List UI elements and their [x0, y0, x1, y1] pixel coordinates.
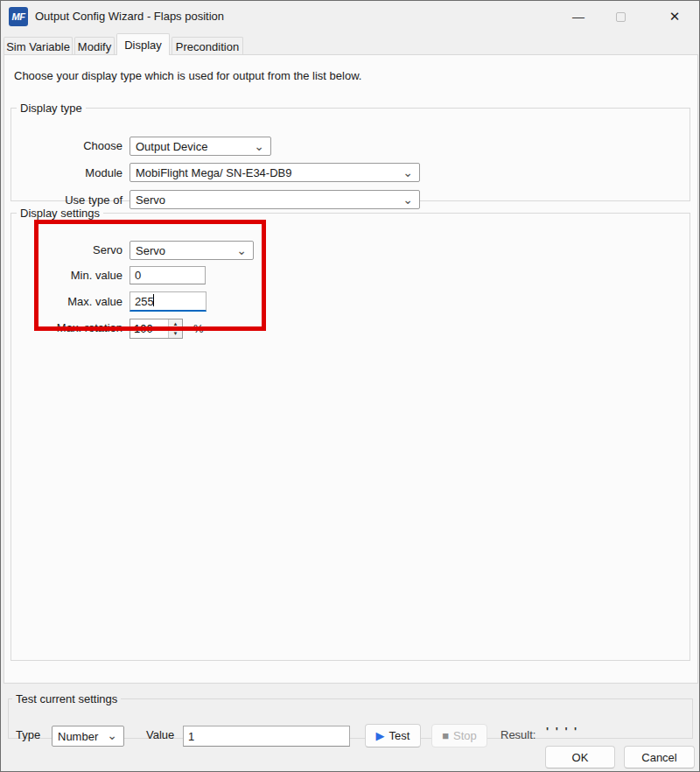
maximize-icon: [616, 12, 626, 22]
test-settings-group: Test current settings Type Number ⌄ Valu…: [8, 692, 693, 739]
test-button-label: Test: [389, 729, 410, 742]
test-value-input[interactable]: [183, 726, 350, 747]
max-value-label: Max. value: [11, 295, 122, 308]
dialog-window: MF Output Config Wizard - Flaps position…: [0, 0, 700, 772]
chevron-down-icon: ⌄: [107, 727, 117, 743]
display-tab-page: Choose your display type which is used f…: [4, 54, 698, 684]
cancel-button[interactable]: Cancel: [624, 746, 695, 768]
title-bar: MF Output Config Wizard - Flaps position…: [1, 1, 699, 32]
text-caret: [153, 294, 154, 306]
chevron-down-icon: ⌄: [402, 192, 413, 207]
module-label: Module: [11, 166, 122, 179]
rotation-unit-label: %: [193, 322, 204, 335]
stepper-buttons: ▲ ▼: [168, 319, 182, 338]
display-type-group: Display type Choose Output Device ⌄ Modu…: [10, 102, 690, 201]
app-icon: MF: [9, 7, 28, 26]
servo-label: Servo: [11, 243, 122, 256]
chevron-down-icon: ⌄: [236, 242, 247, 258]
app-icon-text: MF: [12, 11, 25, 22]
instruction-text: Choose your display type which is used f…: [14, 69, 361, 82]
test-type-select[interactable]: Number ⌄: [52, 726, 124, 747]
module-select[interactable]: MobiFlight Mega/ SN-E34-DB9 ⌄: [130, 163, 420, 182]
tab-precondition[interactable]: Precondition: [172, 37, 243, 55]
max-value-field: [130, 291, 206, 312]
tab-modify[interactable]: Modify: [74, 37, 115, 55]
result-value: ' ' ' ': [546, 725, 578, 738]
ok-button[interactable]: OK: [545, 746, 615, 768]
close-button[interactable]: ✕: [654, 1, 695, 32]
minimize-icon: —: [572, 10, 584, 24]
stop-button[interactable]: ■ Stop: [431, 724, 487, 747]
display-settings-legend: Display settings: [17, 207, 103, 220]
min-value-input[interactable]: [130, 266, 206, 284]
module-select-value: MobiFlight Mega/ SN-E34-DB9: [136, 166, 291, 179]
tab-sim-variable[interactable]: Sim Variable: [4, 37, 73, 55]
spin-up-button[interactable]: ▲: [169, 319, 182, 328]
play-icon: ▶: [376, 730, 385, 741]
max-value-input[interactable]: [130, 291, 206, 312]
display-type-legend: Display type: [17, 102, 86, 115]
min-value-label: Min. value: [11, 269, 122, 282]
minimize-button[interactable]: —: [558, 1, 598, 32]
chevron-down-icon: ⌄: [254, 138, 264, 154]
max-rotation-input[interactable]: [130, 319, 168, 338]
test-type-label: Type: [16, 728, 40, 741]
test-button[interactable]: ▶ Test: [365, 724, 421, 747]
stop-button-label: Stop: [453, 729, 477, 742]
maximize-button[interactable]: [600, 1, 640, 32]
servo-select[interactable]: Servo ⌄: [130, 241, 254, 260]
tab-display[interactable]: Display: [116, 33, 170, 55]
servo-select-value: Servo: [136, 244, 165, 257]
display-settings-group: Display settings Servo Servo ⌄ Min. valu…: [10, 207, 690, 661]
arrow-up-icon: ▲: [173, 321, 178, 326]
choose-select-value: Output Device: [136, 140, 207, 153]
test-settings-legend: Test current settings: [12, 692, 121, 705]
max-rotation-label: Max. rotation: [11, 321, 122, 334]
test-value-label: Value: [146, 728, 174, 741]
result-label: Result:: [500, 728, 536, 741]
test-type-select-value: Number: [58, 730, 98, 743]
stop-icon: ■: [442, 730, 449, 741]
max-rotation-stepper: ▲ ▼: [130, 319, 183, 339]
arrow-down-icon: ▼: [173, 331, 178, 336]
chevron-down-icon: ⌄: [402, 165, 413, 180]
use-type-label: Use type of: [11, 193, 122, 207]
choose-label: Choose: [11, 139, 122, 152]
window-title: Output Config Wizard - Flaps position: [35, 10, 224, 23]
choose-select[interactable]: Output Device ⌄: [130, 137, 271, 156]
use-type-select-value: Servo: [136, 193, 165, 207]
spin-down-button[interactable]: ▼: [169, 328, 182, 338]
close-icon: ✕: [669, 9, 681, 25]
